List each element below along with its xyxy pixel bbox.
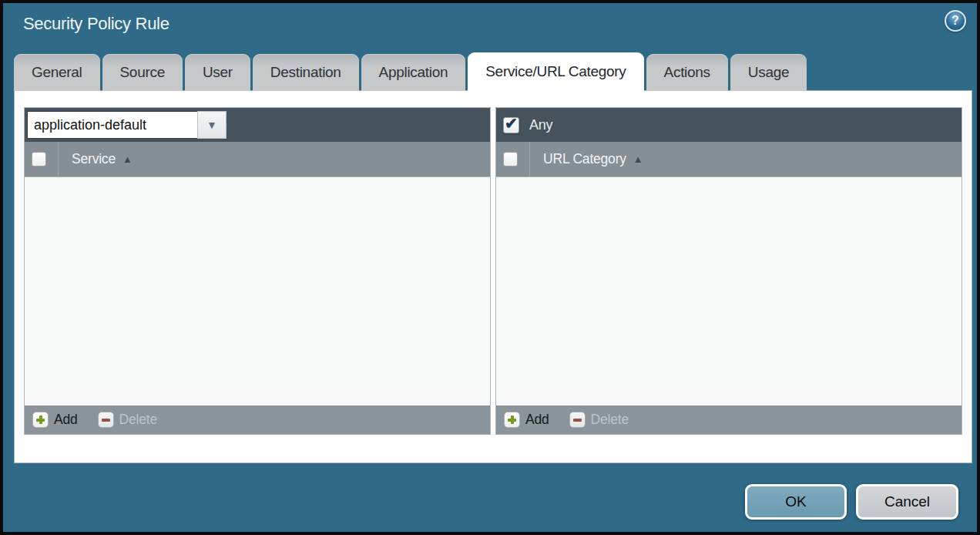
delete-url-category-label: Delete xyxy=(591,412,629,428)
url-category-panel-footer: Add Delete xyxy=(496,405,962,434)
service-type-dropdown[interactable]: application-default ▼ xyxy=(27,111,227,139)
tab-destination[interactable]: Destination xyxy=(253,54,359,91)
service-panel: application-default ▼ Service ▲ Add xyxy=(24,107,491,435)
service-table-header: Service ▲ xyxy=(25,142,490,177)
tab-source[interactable]: Source xyxy=(102,54,183,91)
service-panel-topbar: application-default ▼ xyxy=(25,108,490,142)
tab-application[interactable]: Application xyxy=(361,54,466,91)
any-checkbox[interactable]: ✔ xyxy=(503,117,519,133)
minus-icon xyxy=(569,412,586,428)
minus-icon xyxy=(98,412,114,428)
plus-icon xyxy=(32,412,49,428)
url-category-list[interactable] xyxy=(496,177,962,405)
help-icon[interactable]: ? xyxy=(945,10,966,32)
url-category-column-header[interactable]: URL Category xyxy=(543,151,626,167)
column-divider xyxy=(58,142,59,177)
ok-button[interactable]: OK xyxy=(745,484,847,520)
select-all-url-categories-checkbox[interactable] xyxy=(503,152,518,167)
service-type-value[interactable]: application-default xyxy=(27,111,197,139)
add-service-button[interactable]: Add xyxy=(32,412,78,428)
tab-content-service-url-category: application-default ▼ Service ▲ Add xyxy=(14,90,972,463)
dialog-title: Security Policy Rule xyxy=(23,14,169,34)
delete-url-category-button[interactable]: Delete xyxy=(569,412,629,428)
url-category-panel: ✔ Any URL Category ▲ Add Delete xyxy=(495,107,962,435)
add-url-category-button[interactable]: Add xyxy=(504,412,549,428)
chevron-down-icon: ▼ xyxy=(206,119,217,131)
add-service-label: Add xyxy=(54,412,78,428)
url-category-table-header: URL Category ▲ xyxy=(496,142,962,177)
plus-icon xyxy=(504,412,520,428)
add-url-category-label: Add xyxy=(525,412,549,428)
service-list[interactable] xyxy=(25,177,490,405)
service-column-header[interactable]: Service xyxy=(72,151,116,167)
column-divider xyxy=(529,142,530,177)
any-checkbox-label[interactable]: Any xyxy=(529,117,552,133)
question-mark-glyph: ? xyxy=(951,14,959,28)
url-category-panel-topbar: ✔ Any xyxy=(496,108,962,142)
sort-asc-icon[interactable]: ▲ xyxy=(633,154,643,164)
tab-bar: General Source User Destination Applicat… xyxy=(14,53,807,91)
service-panel-footer: Add Delete xyxy=(25,405,490,434)
tab-general[interactable]: General xyxy=(14,54,100,91)
tab-user[interactable]: User xyxy=(185,54,250,91)
tab-usage[interactable]: Usage xyxy=(730,54,807,91)
cancel-button[interactable]: Cancel xyxy=(856,484,958,520)
dropdown-trigger-button[interactable]: ▼ xyxy=(197,111,227,139)
checkmark-icon: ✔ xyxy=(505,116,518,131)
tab-actions[interactable]: Actions xyxy=(646,54,728,91)
delete-service-label: Delete xyxy=(119,412,157,428)
security-policy-rule-dialog: Security Policy Rule ? General Source Us… xyxy=(0,0,980,535)
delete-service-button[interactable]: Delete xyxy=(98,412,157,428)
select-all-services-checkbox[interactable] xyxy=(32,152,46,167)
tab-service-url-category[interactable]: Service/URL Category xyxy=(468,52,643,91)
sort-asc-icon[interactable]: ▲ xyxy=(123,154,133,164)
